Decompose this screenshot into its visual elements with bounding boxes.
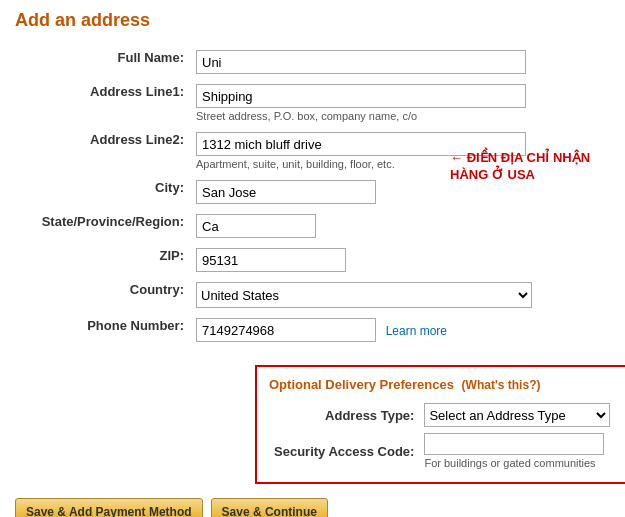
zip-label: ZIP: <box>15 243 190 277</box>
phone-label: Phone Number: <box>15 313 190 347</box>
zip-input[interactable] <box>196 248 346 272</box>
security-code-cell: For buildings or gated communities <box>419 430 615 472</box>
address1-label: Address Line1: <box>15 79 190 127</box>
save-payment-button[interactable]: Save & Add Payment Method <box>15 498 203 517</box>
security-code-input[interactable] <box>424 433 604 455</box>
phone-row: Phone Number: Learn more <box>15 313 610 347</box>
address1-row: Address Line1: Street address, P.O. box,… <box>15 79 610 127</box>
address-type-label: Address Type: <box>269 400 419 430</box>
state-label: State/Province/Region: <box>15 209 190 243</box>
button-row: Save & Add Payment Method Save & Continu… <box>15 498 610 517</box>
city-label: City: <box>15 175 190 209</box>
fullname-label: Full Name: <box>15 45 190 79</box>
security-code-label: Security Access Code: <box>269 430 419 472</box>
state-input[interactable] <box>196 214 316 238</box>
country-label: Country: <box>15 277 190 313</box>
country-cell: United States <box>190 277 610 313</box>
optional-delivery-box: Optional Delivery Preferences (What's th… <box>255 365 625 484</box>
fullname-input[interactable] <box>196 50 526 74</box>
main-area: Add an address Full Name: Address Line1:… <box>15 10 610 517</box>
save-continue-button[interactable]: Save & Continue <box>211 498 328 517</box>
zip-row: ZIP: <box>15 243 610 277</box>
address-form: Full Name: Address Line1: Street address… <box>15 45 610 347</box>
phone-input[interactable] <box>196 318 376 342</box>
learn-more-link[interactable]: Learn more <box>386 324 447 338</box>
security-code-row: Security Access Code: For buildings or g… <box>269 430 615 472</box>
address-annotation: ← ĐIỀN ĐỊA CHỈ NHẬN HÀNG Ở USA <box>450 150 610 184</box>
address2-label: Address Line2: <box>15 127 190 175</box>
address1-hint: Street address, P.O. box, company name, … <box>196 110 604 122</box>
optional-title: Optional Delivery Preferences (What's th… <box>269 377 615 392</box>
country-select[interactable]: United States <box>196 282 532 308</box>
optional-form: Address Type: Select an Address Type Sec… <box>269 400 615 472</box>
state-row: State/Province/Region: <box>15 209 610 243</box>
country-row: Country: United States <box>15 277 610 313</box>
state-cell <box>190 209 610 243</box>
address-type-select[interactable]: Select an Address Type <box>424 403 610 427</box>
fullname-cell <box>190 45 610 79</box>
city-input[interactable] <box>196 180 376 204</box>
address-type-row: Address Type: Select an Address Type <box>269 400 615 430</box>
zip-cell <box>190 243 610 277</box>
fullname-row: Full Name: <box>15 45 610 79</box>
security-code-hint: For buildings or gated communities <box>424 457 610 469</box>
page-title: Add an address <box>15 10 610 31</box>
address1-input[interactable] <box>196 84 526 108</box>
address-type-cell: Select an Address Type <box>419 400 615 430</box>
address1-cell: Street address, P.O. box, company name, … <box>190 79 610 127</box>
phone-cell: Learn more <box>190 313 610 347</box>
whats-this-link[interactable]: (What's this?) <box>462 378 541 392</box>
